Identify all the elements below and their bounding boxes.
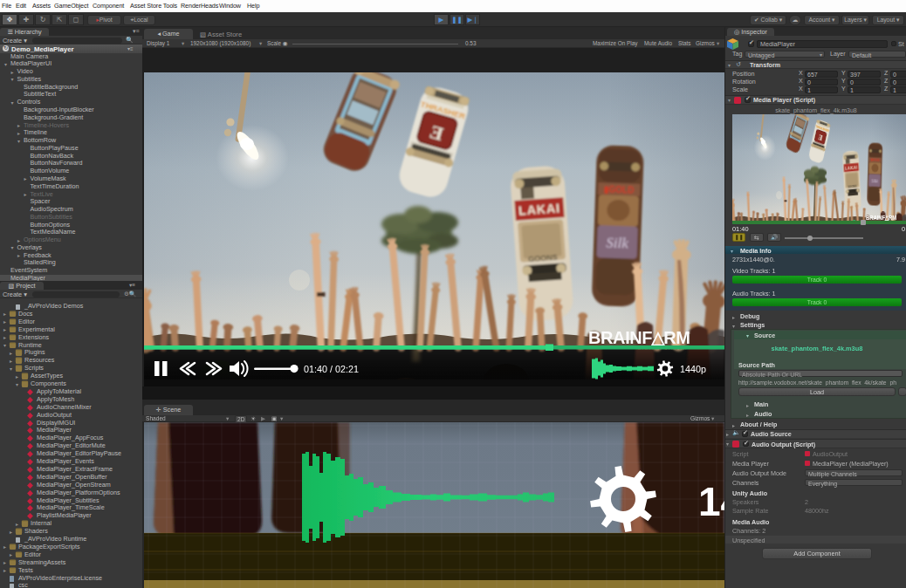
svg-text:14: 14	[698, 479, 724, 524]
svg-text:▮GOLD: ▮GOLD	[870, 158, 880, 162]
svg-text:Silk: Silk	[606, 235, 629, 252]
svg-text:▮GOLD: ▮GOLD	[604, 184, 635, 195]
svg-text:BRAINF△RM: BRAINF△RM	[588, 328, 690, 347]
svg-text:Silk: Silk	[871, 178, 878, 184]
svg-text:GOONS: GOONS	[848, 184, 856, 188]
svg-text:BRAINF△RM: BRAINF△RM	[866, 215, 896, 221]
svg-text:1440p: 1440p	[680, 364, 706, 374]
svg-text:01:40 / 02:21: 01:40 / 02:21	[304, 364, 359, 374]
svg-text:LAKAI: LAKAI	[518, 201, 561, 217]
